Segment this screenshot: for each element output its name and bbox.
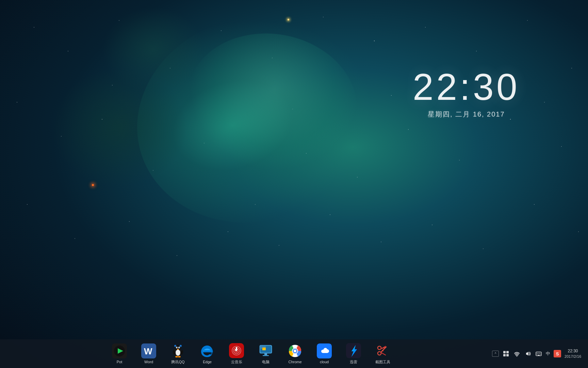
taskbar-label-pot: Pot [117,360,122,364]
taskbar-label-word: Word [144,360,153,364]
word-icon: W [141,343,156,358]
star-decoration-bright [288,19,289,20]
taskbar-label-qq: 腾讯QQ [171,359,184,365]
taskbar-label-netease: cloud [320,360,329,364]
taskbar-center: Pot W Word [10,339,492,368]
taskbar-item-pot[interactable]: Pot [105,339,133,368]
svg-rect-48 [503,351,506,353]
nebula-decoration-2 [177,20,368,184]
tray-ime-icon[interactable]: S [554,350,561,357]
taskbar-item-qq[interactable]: 腾讯QQ [164,339,192,368]
clock-time: 22:30 [413,68,520,106]
taskbar-item-computer[interactable]: 电脑 [252,339,280,368]
svg-rect-34 [262,348,264,349]
taskbar-label-chrome: Chrome [288,360,301,364]
star-decoration-orange [92,184,94,186]
taskbar-label-snip: 截图工具 [375,359,390,365]
svg-point-38 [294,350,296,352]
tray-task-view-icon[interactable] [502,350,510,357]
svg-point-13 [176,350,180,356]
svg-text:W: W [144,346,152,356]
desktop: 22:30 星期四, 二月 16, 2017 Pot [0,0,588,368]
nebula-decoration-3 [102,7,204,92]
taskbar-label-edge: Edge [203,360,212,364]
taskbar-label-cloud-music: 云音乐 [231,359,242,365]
edge-icon [200,343,215,358]
taskbar-item-chrome[interactable]: Chrome [281,339,309,368]
tray-expand-icon: ^ [495,352,496,356]
tray-date: 2017/2/16 [565,354,581,359]
svg-point-11 [179,347,180,348]
taskbar-item-snip[interactable]: 截图工具 [369,339,397,368]
svg-point-17 [178,356,181,357]
tray-language-indicator[interactable]: 中 [546,351,550,357]
taskbar-item-word[interactable]: W Word [135,339,163,368]
tray-time: 22:30 [568,348,578,354]
svg-rect-31 [264,353,267,355]
tray-network-icon[interactable] [513,350,521,357]
thunder-icon [346,343,361,358]
taskbar-tray: ^ [492,348,588,359]
tray-volume-icon[interactable] [524,350,532,357]
chrome-icon [288,343,303,358]
taskbar-label-computer: 电脑 [262,359,270,365]
svg-point-52 [517,356,518,357]
svg-point-27 [236,349,238,350]
svg-point-47 [382,350,383,351]
taskbar-label-thunder: 迅雷 [350,359,357,365]
svg-point-16 [175,356,178,357]
svg-text:S: S [556,351,559,356]
qq-icon [170,343,185,358]
nebula-decoration [114,0,396,249]
svg-rect-50 [503,354,506,356]
computer-icon [258,343,273,358]
taskbar-item-thunder[interactable]: 迅雷 [340,339,368,368]
svg-point-26 [235,349,236,351]
pot-icon [112,343,127,358]
tray-keyboard-icon[interactable] [535,350,542,357]
taskbar-item-cloud-music[interactable]: 云音乐 [223,339,250,368]
svg-point-19 [180,345,182,347]
time-display: 22:30 星期四, 二月 16, 2017 [413,68,520,119]
svg-point-18 [174,345,176,347]
cloud-music-icon [229,343,244,358]
svg-rect-32 [263,355,269,356]
tray-clock[interactable]: 22:30 2017/2/16 [565,348,583,359]
taskbar-item-edge[interactable]: Edge [193,339,221,368]
svg-rect-49 [506,351,509,353]
nebula-decoration-4 [51,68,187,187]
taskbar: Pot W Word [0,339,588,368]
snip-icon [375,343,390,358]
clock-date: 星期四, 二月 16, 2017 [413,110,520,119]
svg-point-10 [177,347,177,348]
taskbar-item-netease[interactable]: cloud [310,339,338,368]
netease-icon [317,343,332,358]
tray-expand-button[interactable]: ^ [492,351,499,357]
svg-rect-51 [506,354,509,356]
